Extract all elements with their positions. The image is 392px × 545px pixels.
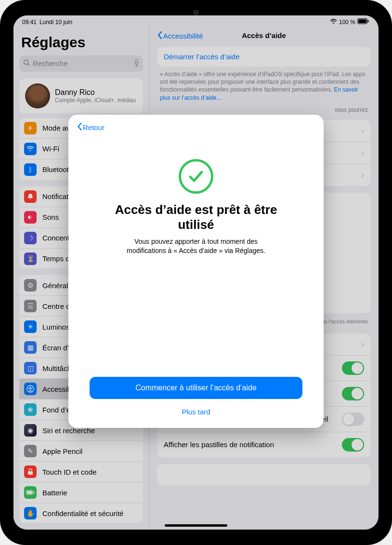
- ipad-frame: 09:41 Lundi 10 juin 100 % Réglages: [0, 0, 392, 545]
- modal-back-label: Retour: [83, 123, 105, 132]
- chevron-left-icon: [77, 122, 82, 132]
- modal-back-button[interactable]: Retour: [77, 122, 315, 132]
- later-button[interactable]: Plus tard: [90, 405, 302, 418]
- modal-overlay: Retour Accès d’aide est prêt à être util…: [13, 15, 379, 530]
- modal-sheet: Retour Accès d’aide est prêt à être util…: [68, 115, 324, 428]
- modal-title: Accès d’aide est prêt à être utilisé: [96, 202, 296, 232]
- checkmark-icon: [179, 159, 213, 194]
- start-using-button[interactable]: Commencer à utiliser l’accès d’aide: [90, 377, 302, 399]
- screen: 09:41 Lundi 10 juin 100 % Réglages: [13, 15, 379, 530]
- modal-description: Vous pouvez apporter à tout moment des m…: [124, 237, 268, 255]
- home-indicator[interactable]: [165, 524, 227, 527]
